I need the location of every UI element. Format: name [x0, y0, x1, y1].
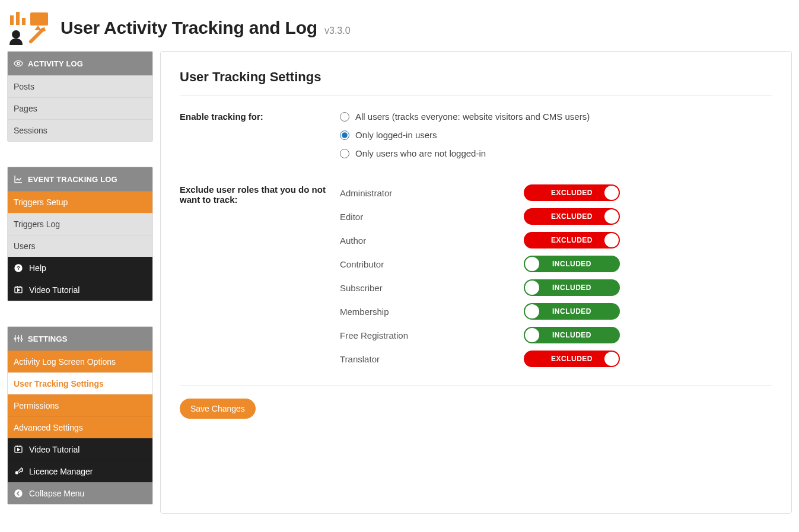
sidebar-item-label: Permissions	[14, 401, 59, 410]
role-toggle[interactable]: INCLUDED	[524, 279, 620, 296]
role-toggle[interactable]: INCLUDED	[524, 303, 620, 320]
sidebar-item[interactable]: Sessions	[8, 119, 152, 141]
role-toggle-label: INCLUDED	[552, 307, 591, 316]
sidebar-item[interactable]: User Tracking Settings	[8, 372, 152, 394]
sidebar-item[interactable]: Video Tutorial	[8, 438, 152, 460]
sidebar-item-label: User Tracking Settings	[14, 379, 104, 388]
role-toggle-label: EXCLUDED	[551, 355, 593, 363]
toggle-knob	[604, 352, 619, 366]
page-header: User Activity Tracking and Log v3.3.0	[0, 0, 799, 51]
toggle-knob	[525, 257, 539, 271]
svg-point-14	[14, 489, 22, 497]
role-toggle-label: EXCLUDED	[551, 212, 593, 221]
enable-tracking-row: Enable tracking for: All users (tracks e…	[180, 112, 772, 167]
role-toggle[interactable]: INCLUDED	[524, 327, 620, 343]
role-toggle[interactable]: INCLUDED	[524, 256, 620, 272]
tracking-option[interactable]: Only logged-in users	[340, 130, 772, 140]
sliders-icon	[14, 334, 23, 343]
exclude-roles-label: Exclude user roles that you do not want …	[180, 184, 340, 205]
svg-point-4	[12, 30, 20, 39]
role-name: Administrator	[340, 188, 512, 198]
role-toggle[interactable]: EXCLUDED	[524, 351, 620, 367]
svg-text:?: ?	[17, 265, 20, 271]
sidebar-item[interactable]: ?Help	[8, 257, 152, 279]
tracking-radio[interactable]	[340, 149, 349, 158]
tracking-radio[interactable]	[340, 112, 349, 122]
sidebar-item-label: Video Tutorial	[29, 285, 79, 295]
divider	[180, 95, 772, 96]
role-row: SubscriberINCLUDED	[340, 279, 772, 296]
role-row: EditorEXCLUDED	[340, 208, 772, 225]
tracking-option[interactable]: All users (tracks everyone: website visi…	[340, 112, 772, 122]
sidebar-item[interactable]: Permissions	[8, 394, 152, 416]
chart-icon	[14, 174, 23, 184]
sidebar-item-label: Pages	[14, 104, 37, 113]
tracking-radio[interactable]	[340, 130, 349, 140]
enable-tracking-options: All users (tracks everyone: website visi…	[340, 112, 772, 167]
exclude-roles-row: Exclude user roles that you do not want …	[180, 184, 772, 367]
sidebar-item-label: Sessions	[14, 126, 47, 135]
toggle-knob	[604, 186, 619, 200]
role-name: Membership	[340, 307, 512, 317]
sidebar-item-label: Posts	[14, 82, 34, 91]
sidebar-section: SETTINGSActivity Log Screen OptionsUser …	[7, 326, 153, 505]
svg-point-5	[17, 62, 20, 65]
save-changes-button[interactable]: Save Changes	[180, 399, 256, 419]
role-row: ContributorINCLUDED	[340, 256, 772, 272]
svg-point-10	[18, 337, 20, 339]
sidebar-section-header: ACTIVITY LOG	[8, 52, 152, 75]
app-logo	[8, 11, 49, 45]
video-icon	[14, 445, 23, 454]
collapse-icon	[14, 489, 23, 498]
role-name: Contributor	[340, 259, 512, 269]
sidebar-item[interactable]: Activity Log Screen Options	[8, 351, 152, 372]
role-row: Free RegistrationINCLUDED	[340, 327, 772, 343]
eye-icon	[14, 59, 23, 68]
role-toggle-label: INCLUDED	[552, 260, 591, 268]
sidebar-item[interactable]: Pages	[8, 97, 152, 119]
svg-rect-1	[16, 12, 20, 25]
toggle-knob	[525, 328, 539, 342]
svg-rect-2	[22, 18, 26, 25]
role-toggle[interactable]: EXCLUDED	[524, 232, 620, 249]
role-row: AdministratorEXCLUDED	[340, 184, 772, 201]
svg-point-13	[15, 471, 18, 474]
tracking-option[interactable]: Only users who are not logged-in	[340, 148, 772, 158]
role-toggle-label: INCLUDED	[552, 283, 591, 292]
role-toggle-label: INCLUDED	[552, 331, 591, 339]
settings-heading: User Tracking Settings	[180, 69, 772, 85]
sidebar-section-title: ACTIVITY LOG	[28, 59, 83, 68]
help-icon: ?	[14, 263, 23, 273]
video-icon	[14, 285, 23, 295]
enable-tracking-label: Enable tracking for:	[180, 112, 340, 122]
svg-rect-0	[10, 15, 14, 25]
version-label: v3.3.0	[324, 26, 351, 36]
svg-point-9	[14, 338, 16, 340]
role-row: TranslatorEXCLUDED	[340, 351, 772, 367]
sidebar-item-label: Video Tutorial	[29, 445, 79, 454]
divider	[180, 385, 772, 386]
sidebar-item[interactable]: Posts	[8, 75, 152, 97]
svg-rect-3	[30, 12, 48, 26]
sidebar-item-label: Users	[14, 241, 36, 251]
role-toggle[interactable]: EXCLUDED	[524, 184, 620, 201]
sidebar-item-label: Collapse Menu	[29, 489, 84, 498]
sidebar-item[interactable]: Advanced Settings	[8, 416, 152, 438]
sidebar-item[interactable]: Users	[8, 235, 152, 257]
sidebar-item[interactable]: Licence Manager	[8, 460, 152, 482]
sidebar-item[interactable]: Triggers Log	[8, 213, 152, 235]
sidebar-item[interactable]: Collapse Menu	[8, 482, 152, 504]
tracking-option-label: Only logged-in users	[355, 130, 437, 140]
sidebar-section-title: EVENT TRACKING LOG	[28, 175, 117, 184]
toggle-knob	[525, 304, 539, 318]
sidebar: ACTIVITY LOGPostsPagesSessionsEVENT TRAC…	[7, 51, 153, 505]
sidebar-item[interactable]: Video Tutorial	[8, 279, 152, 301]
sidebar-item-label: Activity Log Screen Options	[14, 357, 116, 367]
role-row: MembershipINCLUDED	[340, 303, 772, 320]
role-toggle[interactable]: EXCLUDED	[524, 208, 620, 225]
toggle-knob	[525, 281, 539, 295]
sidebar-item-label: Help	[29, 263, 46, 273]
role-name: Editor	[340, 212, 512, 222]
sidebar-item[interactable]: Triggers Setup	[8, 191, 152, 213]
sidebar-item-label: Advanced Settings	[14, 423, 83, 432]
